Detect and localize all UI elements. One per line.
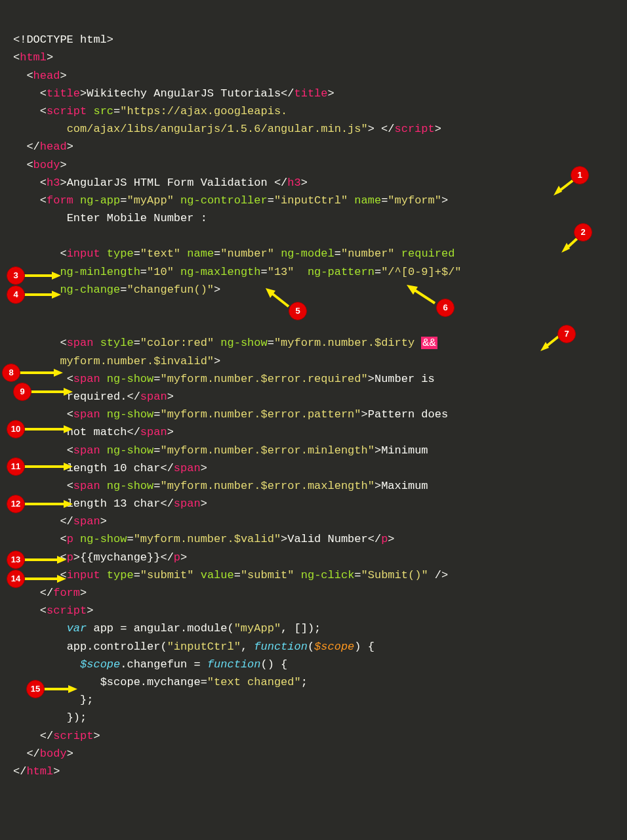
svg-marker-27 xyxy=(57,575,66,583)
badge-11: 11 xyxy=(7,457,25,476)
svg-marker-21 xyxy=(64,463,73,471)
badge-10: 10 xyxy=(7,420,25,438)
svg-line-8 xyxy=(270,292,289,306)
badge-13: 13 xyxy=(7,551,25,569)
arrow-8 xyxy=(18,368,64,377)
line-doctype: <!DOCTYPE html> xyxy=(13,33,113,46)
badge-1: 1 xyxy=(571,166,589,184)
arrow-15 xyxy=(43,684,79,694)
code-block: <!DOCTYPE html> <html> <head> <title>Wik… xyxy=(13,13,614,780)
badge-7: 7 xyxy=(557,325,576,343)
svg-marker-5 xyxy=(52,272,61,280)
svg-marker-13 xyxy=(540,342,549,351)
svg-marker-3 xyxy=(561,243,570,253)
arrow-5 xyxy=(262,287,292,310)
arrow-3 xyxy=(23,271,62,280)
arrow-4 xyxy=(23,290,62,299)
svg-marker-7 xyxy=(52,291,61,299)
svg-marker-29 xyxy=(68,685,77,693)
badge-2: 2 xyxy=(574,223,592,242)
svg-marker-15 xyxy=(54,369,63,377)
badge-8: 8 xyxy=(2,364,20,382)
arrow-11 xyxy=(23,462,74,471)
badge-12: 12 xyxy=(7,495,25,513)
svg-marker-17 xyxy=(64,388,73,396)
badge-5: 5 xyxy=(289,302,307,320)
badge-4: 4 xyxy=(7,285,25,304)
badge-9: 9 xyxy=(13,383,31,401)
badge-15: 15 xyxy=(26,680,45,698)
badge-14: 14 xyxy=(7,570,25,588)
svg-line-10 xyxy=(413,289,435,303)
badge-3: 3 xyxy=(7,266,25,285)
svg-marker-23 xyxy=(64,500,73,508)
arrow-10 xyxy=(23,425,74,434)
arrow-13 xyxy=(23,555,68,564)
arrow-12 xyxy=(23,499,74,509)
badge-6: 6 xyxy=(436,299,455,317)
arrow-14 xyxy=(23,574,68,583)
svg-marker-25 xyxy=(57,556,66,564)
svg-marker-1 xyxy=(554,186,562,196)
svg-marker-19 xyxy=(64,425,73,433)
arrow-9 xyxy=(30,387,74,396)
arrow-6 xyxy=(403,284,439,306)
